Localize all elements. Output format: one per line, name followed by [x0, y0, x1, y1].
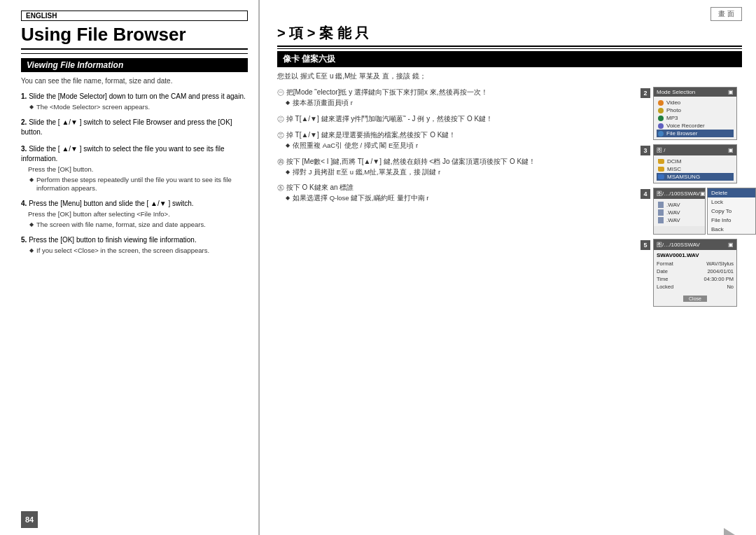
photo-icon — [658, 108, 664, 113]
left-pane: ENGLISH Using File Browser Viewing File … — [0, 0, 259, 535]
context-menu-lock[interactable]: Lock — [708, 197, 755, 207]
step-1-bullet: The <Mode Selector> screen appears. — [21, 103, 248, 112]
right-content-area: ㊀ 把[Mode ˜elector]抵 y 選擇鍵向下扳下來打開x 來,然後再按… — [277, 87, 742, 307]
step-2: 2. Slide the [ ▲/▼ ] switch to select Fi… — [21, 118, 248, 139]
info-time-value: 04:30:00 PM — [704, 276, 734, 282]
screen-2-item-voice: Voice Recorder — [657, 122, 734, 130]
section-header: Viewing File Information — [21, 58, 248, 72]
top-badge-area: 畫 面 — [277, 7, 742, 21]
screen-4-container: 图/…/100SSWAV ▣ .WAV — [653, 188, 756, 235]
screen-2-title: Mode Selection — [657, 89, 695, 95]
step-1: 1. Slide the [Mode Selector] down to tur… — [21, 92, 248, 112]
screen-3-path: 图 / — [657, 146, 665, 154]
chinese-step-2: ㊁ 掉 T[▲/▼] 鍵來選擇 y件鬥加咖汽噸蒽˜ - J 例 y，然後按下 O… — [277, 113, 629, 124]
chinese-step-4: ㊃ 按下 [Me數< I ]鍵,而將 T[▲/▼] 鍵,然後在頗持 <档 Jo … — [277, 156, 629, 177]
step-1-number: 1. — [21, 92, 27, 100]
screen-4-number: 4 — [640, 189, 650, 199]
step-4-content: Press the [Menu] button and slide the [ … — [29, 200, 193, 207]
screen-4-file-1: .WAV — [657, 201, 702, 209]
file-icon-3 — [658, 217, 664, 223]
screen-context: 4 图/…/100SSWAV ▣ .WAV — [640, 188, 742, 235]
screen-2-titlebar: Mode Selection ▣ — [654, 88, 736, 97]
info-row-locked: Locked No — [657, 283, 734, 291]
close-button-area: Close — [657, 293, 734, 304]
step-3: 3. Slide the [ ▲/▼ ] switch to select th… — [21, 144, 248, 193]
step-5-text: 5. Press the [OK] button to finish viewi… — [21, 235, 248, 245]
close-button[interactable]: Close — [683, 296, 707, 302]
top-badge: 畫 面 — [710, 7, 742, 21]
step-4-bullet: The screen with file name, format, size … — [21, 221, 248, 230]
screen-5-titlebar: 图/…/100SSWAV ▣ — [654, 239, 736, 250]
info-row-format: Format WAV/Stylus — [657, 260, 734, 268]
info-time-label: Time — [657, 276, 668, 282]
context-menu-file-info[interactable]: File Info — [708, 216, 755, 225]
context-menu-copy-to[interactable]: Copy To — [708, 207, 755, 216]
screen-4-path: 图/…/100SSWAV — [657, 190, 700, 197]
info-filename: SWAV0001.WAV — [657, 252, 734, 258]
screen-4-file-3: .WAV — [657, 216, 702, 224]
step-1-content: Slide the [Mode Selector] down to turn o… — [29, 92, 246, 100]
screens-area: 2 Mode Selection ▣ Video — [640, 87, 742, 307]
context-menu-delete[interactable]: Delete — [708, 188, 755, 197]
screen-3-body: DCIM MISC MSAMSUNG — [654, 155, 736, 183]
screen-5-number: 5 — [640, 240, 650, 250]
screen-mode-selection: 2 Mode Selection ▣ Video — [640, 87, 742, 140]
info-date-value: 2004/01/01 — [707, 268, 734, 275]
chinese-step-4-bullet: 掃對 J 員拷甜 E至 u 鑑,M扯,單某及直，接 訓鍵 r — [277, 168, 629, 177]
chinese-step-1-bullet: 接本基頂畫面員頃 r — [277, 99, 629, 108]
step-3-text: 3. Slide the [ ▲/▼ ] switch to select th… — [21, 144, 248, 164]
chinese-section-header: 像卡 儲案六扱 — [277, 51, 742, 67]
step-5-bullet: If you select <Close> in the screen, the… — [21, 246, 248, 256]
step-2-content: Slide the [ ▲/▼ ] switch to select File … — [21, 118, 232, 136]
right-pane: 畫 面 > 項 > 案 能 只 像卡 儲案六扱 您並以 握式 E至 u 鑑,M扯… — [260, 0, 756, 535]
context-menu-back[interactable]: Back — [708, 225, 755, 234]
title-divider — [21, 53, 248, 54]
info-row-date: Date 2004/01/01 — [657, 268, 734, 275]
browser-icon — [658, 131, 664, 137]
page: ENGLISH Using File Browser Viewing File … — [0, 0, 756, 535]
info-format-value: WAV/Stylus — [706, 260, 734, 267]
step-5-content: Press the [OK] button to finish viewing … — [29, 236, 197, 244]
step-3-sub: Press the [OK] button. — [21, 165, 248, 174]
info-locked-label: Locked — [657, 284, 673, 290]
screen-file-info: 5 图/…/100SSWAV ▣ SWAV0001.WAV Format WAV… — [640, 239, 742, 307]
chinese-step-3-bullet: 依照重複 AaC引 使您 / 掃式 閣 E至見頃 r — [277, 141, 629, 151]
triangle-right-icon — [724, 528, 735, 535]
step-3-number: 3. — [21, 145, 27, 153]
screen-3-titlebar: 图 / ▣ — [654, 145, 736, 155]
screen-folder-list: 3 图 / ▣ DCIM — [640, 144, 742, 183]
screen-4-box: 图/…/100SSWAV ▣ .WAV — [653, 188, 706, 235]
screen-3-number: 3 — [640, 146, 650, 155]
chinese-steps-area: ㊀ 把[Mode ˜elector]抵 y 選擇鍵向下扳下來打開x 來,然後再按… — [277, 87, 629, 307]
voice-icon — [658, 123, 664, 129]
screen-2-item-mp3: MP3 — [657, 114, 734, 122]
step-3-content: Slide the [ ▲/▼ ] switch to select the f… — [21, 145, 225, 162]
screen-2-body: Video Photo MP3 — [654, 97, 736, 139]
main-title: Using File Browser — [21, 24, 248, 50]
step-5: 5. Press the [OK] button to finish viewi… — [21, 235, 248, 256]
screen-5-body: SWAV0001.WAV Format WAV/Stylus Date 2004… — [654, 250, 736, 306]
chinese-step-5-bullet: 如果选選擇 Q-lose 鍵下扳,瞞約旺 量打中南 r — [277, 194, 629, 203]
chinese-intro: 您並以 握式 E至 u 鑑,M扯 單某及 直，接該 鏡； — [277, 71, 742, 81]
screen-mode-selection-box: Mode Selection ▣ Video Photo — [653, 87, 737, 140]
screen-2-item-photo: Photo — [657, 106, 734, 114]
context-menu: Delete Lock Copy To File Info Back — [707, 188, 756, 235]
file-icon-2 — [658, 209, 664, 216]
intro-text: You can see the file name, format, size … — [21, 76, 248, 86]
screen-2-item-video: Video — [657, 99, 734, 106]
samsung-folder-icon — [658, 174, 664, 179]
screen-2-icon: ▣ — [728, 89, 734, 95]
english-badge: ENGLISH — [21, 11, 248, 21]
file-icon-1 — [658, 202, 664, 208]
chinese-step-3: ㊂ 掉 T[▲/▼] 鍵來是理選要插拖的檔案,然後按下 O K鍵！ 依照重複 A… — [277, 130, 629, 151]
step-2-number: 2. — [21, 118, 27, 126]
screen-2-number: 2 — [640, 88, 650, 98]
info-locked-value: No — [727, 284, 734, 290]
screen-3-item-misc: MISC — [657, 165, 734, 173]
info-date-label: Date — [657, 268, 668, 275]
screen-5-path: 图/…/100SSWAV — [657, 241, 700, 249]
video-icon — [658, 100, 664, 106]
info-row-time: Time 04:30:00 PM — [657, 275, 734, 283]
step-2-text: 2. Slide the [ ▲/▼ ] switch to select Fi… — [21, 118, 248, 137]
screen-2-item-browser: File Browser — [657, 130, 734, 137]
